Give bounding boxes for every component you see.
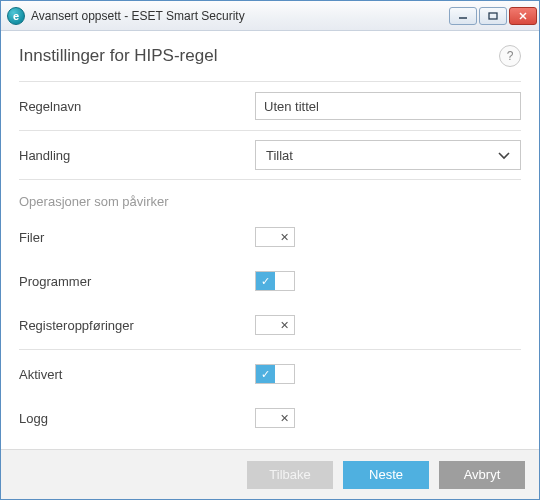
window: e Avansert oppsett - ESET Smart Security… — [0, 0, 540, 500]
log-label: Logg — [19, 411, 255, 426]
x-icon: ✕ — [280, 413, 289, 424]
rule-name-input[interactable] — [255, 92, 521, 120]
app-icon: e — [7, 7, 25, 25]
check-icon: ✓ — [261, 276, 270, 287]
x-icon: ✕ — [280, 320, 289, 331]
next-button[interactable]: Neste — [343, 461, 429, 489]
divider — [19, 349, 521, 350]
window-controls — [449, 7, 537, 25]
action-select-value: Tillat — [266, 148, 293, 163]
programs-toggle[interactable]: ✓ ✕ — [255, 271, 295, 291]
row-registry: Registeroppføringer ✓ ✕ — [19, 303, 521, 347]
minimize-button[interactable] — [449, 7, 477, 25]
titlebar: e Avansert oppsett - ESET Smart Security — [1, 1, 539, 31]
row-action: Handling Tillat — [19, 133, 521, 177]
page-header: Innstillinger for HIPS-regel ? — [1, 31, 539, 79]
divider — [19, 179, 521, 180]
svg-rect-1 — [489, 13, 497, 19]
back-button[interactable]: Tilbake — [247, 461, 333, 489]
maximize-button[interactable] — [479, 7, 507, 25]
rule-name-label: Regelnavn — [19, 99, 255, 114]
help-button[interactable]: ? — [499, 45, 521, 67]
registry-label: Registeroppføringer — [19, 318, 255, 333]
log-toggle[interactable]: ✓ ✕ — [255, 408, 295, 428]
enabled-toggle[interactable]: ✓ ✕ — [255, 364, 295, 384]
close-button[interactable] — [509, 7, 537, 25]
enabled-label: Aktivert — [19, 367, 255, 382]
divider — [19, 81, 521, 82]
content: Regelnavn Handling Tillat Operasjoner so… — [1, 79, 539, 449]
programs-label: Programmer — [19, 274, 255, 289]
operations-section-label: Operasjoner som påvirker — [19, 182, 521, 215]
row-programs: Programmer ✓ ✕ — [19, 259, 521, 303]
row-enabled: Aktivert ✓ ✕ — [19, 352, 521, 396]
footer: Tilbake Neste Avbryt — [1, 449, 539, 499]
window-title: Avansert oppsett - ESET Smart Security — [31, 9, 443, 23]
cancel-button[interactable]: Avbryt — [439, 461, 525, 489]
registry-toggle[interactable]: ✓ ✕ — [255, 315, 295, 335]
row-files: Filer ✓ ✕ — [19, 215, 521, 259]
page-title: Innstillinger for HIPS-regel — [19, 46, 217, 66]
action-label: Handling — [19, 148, 255, 163]
chevron-down-icon — [498, 148, 510, 163]
x-icon: ✕ — [280, 232, 289, 243]
row-rule-name: Regelnavn — [19, 84, 521, 128]
action-select[interactable]: Tillat — [255, 140, 521, 170]
files-label: Filer — [19, 230, 255, 245]
files-toggle[interactable]: ✓ ✕ — [255, 227, 295, 247]
check-icon: ✓ — [261, 369, 270, 380]
row-log: Logg ✓ ✕ — [19, 396, 521, 440]
divider — [19, 130, 521, 131]
row-notify: Varsle bruker ✓ ✕ — [19, 440, 521, 449]
